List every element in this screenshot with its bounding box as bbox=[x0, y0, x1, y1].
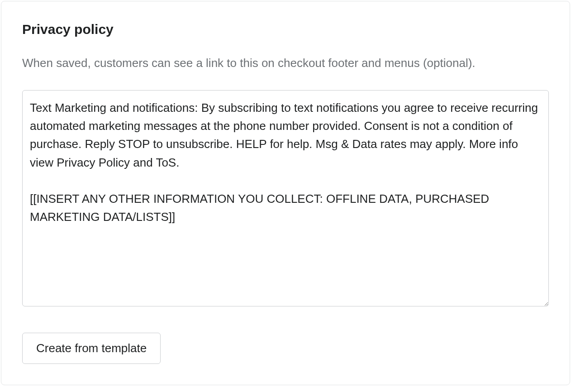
card-title: Privacy policy bbox=[22, 21, 549, 38]
create-from-template-button[interactable]: Create from template bbox=[22, 333, 161, 364]
privacy-policy-card: Privacy policy When saved, customers can… bbox=[1, 1, 570, 385]
card-description: When saved, customers can see a link to … bbox=[22, 55, 549, 72]
privacy-policy-textarea[interactable] bbox=[22, 90, 549, 306]
